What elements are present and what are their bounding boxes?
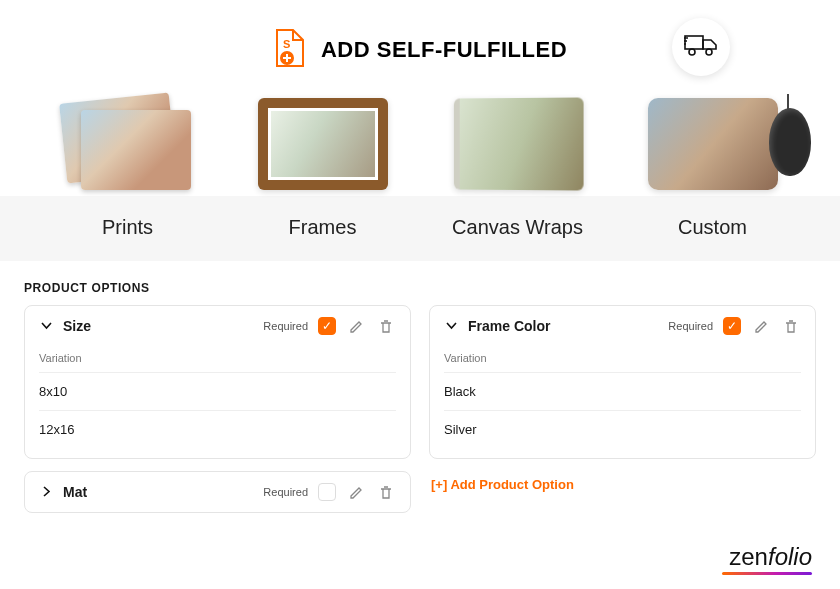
required-label: Required	[263, 486, 308, 498]
product-options: Size Required ✓ Variation 8x10 12x16	[0, 305, 840, 513]
chevron-right-icon	[39, 484, 53, 500]
truck-icon	[684, 32, 718, 62]
add-product-option-link[interactable]: [+] Add Product Option	[429, 471, 816, 498]
category-label[interactable]: Prints	[48, 216, 208, 239]
option-header[interactable]: Size Required ✓	[25, 306, 410, 346]
edit-icon[interactable]	[751, 316, 771, 336]
variation-heading: Variation	[444, 346, 801, 373]
option-card-frame-color: Frame Color Required ✓ Variation Black S…	[429, 305, 816, 459]
trash-icon[interactable]	[781, 316, 801, 336]
edit-icon[interactable]	[346, 316, 366, 336]
svg-point-3	[689, 49, 695, 55]
variation-row[interactable]: 8x10	[39, 373, 396, 411]
required-label: Required	[668, 320, 713, 332]
option-card-mat: Mat Required	[24, 471, 411, 513]
category-frames[interactable]	[243, 98, 403, 190]
required-checkbox[interactable]: ✓	[723, 317, 741, 335]
chevron-down-icon	[444, 318, 458, 334]
variation-row[interactable]: 12x16	[39, 411, 396, 448]
brand-underline	[722, 572, 812, 575]
mouse-icon	[769, 108, 811, 176]
chevron-down-icon	[39, 318, 53, 334]
page-title: ADD SELF-FULFILLED	[321, 37, 567, 63]
required-checkbox[interactable]: ✓	[318, 317, 336, 335]
category-label[interactable]: Frames	[243, 216, 403, 239]
category-custom[interactable]	[633, 98, 793, 190]
variation-row[interactable]: Silver	[444, 411, 801, 448]
category-label[interactable]: Canvas Wraps	[438, 216, 598, 239]
required-label: Required	[263, 320, 308, 332]
svg-point-4	[706, 49, 712, 55]
option-name: Mat	[63, 484, 87, 500]
document-add-icon: S	[273, 28, 307, 72]
option-header[interactable]: Frame Color Required ✓	[430, 306, 815, 346]
option-name: Frame Color	[468, 318, 550, 334]
trash-icon[interactable]	[376, 482, 396, 502]
category-canvas-wraps[interactable]	[438, 98, 598, 190]
category-prints[interactable]	[48, 98, 208, 190]
page-header: S ADD SELF-FULFILLED	[0, 0, 840, 90]
section-title: PRODUCT OPTIONS	[0, 261, 840, 305]
variation-heading: Variation	[39, 346, 396, 373]
category-thumbnails	[0, 90, 840, 190]
trash-icon[interactable]	[376, 316, 396, 336]
option-header[interactable]: Mat Required	[25, 472, 410, 512]
svg-text:S: S	[283, 38, 290, 50]
shipping-button[interactable]	[672, 18, 730, 76]
category-labels: Prints Frames Canvas Wraps Custom	[0, 196, 840, 261]
option-name: Size	[63, 318, 91, 334]
edit-icon[interactable]	[346, 482, 366, 502]
brand-logo: zenfolio	[729, 543, 812, 571]
option-card-size: Size Required ✓ Variation 8x10 12x16	[24, 305, 411, 459]
category-label[interactable]: Custom	[633, 216, 793, 239]
variation-row[interactable]: Black	[444, 373, 801, 411]
required-checkbox[interactable]	[318, 483, 336, 501]
